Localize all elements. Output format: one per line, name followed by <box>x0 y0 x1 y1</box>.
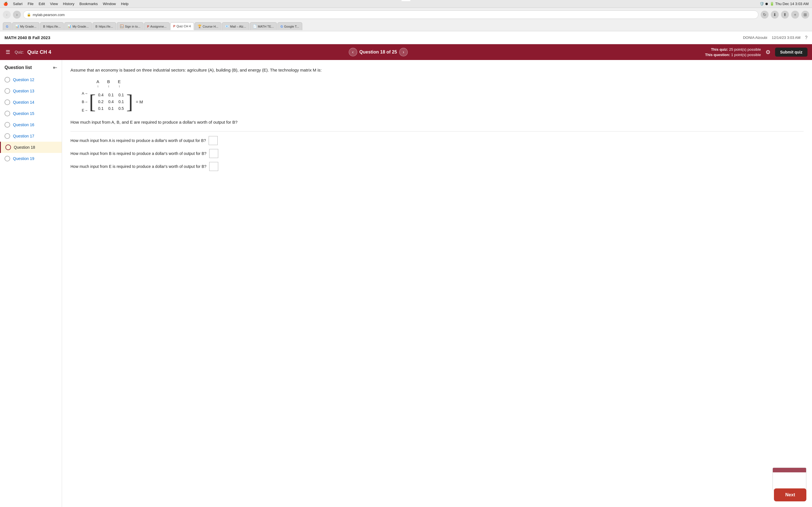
tab-mail[interactable]: 📧Mail – Alz... <box>222 22 249 30</box>
menu-file[interactable]: File <box>28 2 34 6</box>
forward-button[interactable]: › <box>13 11 21 18</box>
thumbnail-preview <box>772 467 806 490</box>
main-layout: Question list ⇤ Question 12Question 13Qu… <box>0 60 812 507</box>
tab-overview-button[interactable]: ⊞ <box>801 11 809 18</box>
cell-a3: 0.1 <box>116 92 126 98</box>
sub-question-b: How much input from B is required to pro… <box>70 149 804 158</box>
menu-help[interactable]: Help <box>121 2 129 6</box>
menu-safari[interactable]: Safari <box>13 2 22 6</box>
row-label-e: E→ <box>82 106 88 114</box>
row-label-a: A→ <box>82 89 88 98</box>
sidebar-item-label: Question 15 <box>13 111 35 116</box>
tab-math-te[interactable]: 📄MATH TE... <box>250 22 277 30</box>
apple-menu[interactable]: 🍎 <box>3 2 8 6</box>
bracket-left: [ <box>89 92 96 112</box>
sidebar-item-q14[interactable]: Question 14 <box>0 97 62 108</box>
quiz-prefix: Quiz: <box>15 50 24 54</box>
back-button[interactable]: ‹ <box>3 11 11 18</box>
menu-history[interactable]: History <box>63 2 74 6</box>
sidebar-item-label: Question 12 <box>13 77 35 82</box>
cell-a1: 0.4 <box>96 92 106 98</box>
sidebar-title: Question list <box>4 65 32 70</box>
sidebar-item-q12[interactable]: Question 12 <box>0 74 62 86</box>
next-button[interactable]: Next <box>774 489 806 501</box>
sidebar-item-q18[interactable]: Question 18 <box>0 142 62 153</box>
new-tab-button[interactable]: + <box>791 11 799 18</box>
sidebar-item-q13[interactable]: Question 13 <box>0 86 62 97</box>
tab-mygrade-2[interactable]: 📊My Grade... <box>64 22 92 30</box>
next-question-button[interactable]: › <box>399 48 408 56</box>
sub-question-a: How much input from A is required to pro… <box>70 136 804 145</box>
main-question-text: How much input from A, B, and E are requ… <box>70 119 804 126</box>
url-display: mylab.pearson.com <box>33 13 64 17</box>
sidebar-item-q16[interactable]: Question 16 <box>0 119 62 130</box>
sub-question-e-text: How much input from E is required to pro… <box>70 164 206 169</box>
question-intro: Assume that an economy is based on three… <box>70 67 804 73</box>
question-list-sidebar: Question list ⇤ Question 12Question 13Qu… <box>0 60 62 507</box>
answer-input-e[interactable] <box>209 162 218 171</box>
question-list: Question 12Question 13Question 14Questio… <box>0 74 62 164</box>
q-circle <box>4 77 10 82</box>
cell-e3: 0.5 <box>116 105 126 112</box>
tab-google-t[interactable]: GGoogle T... <box>277 22 302 30</box>
sub-question-a-text: How much input from A is required to pro… <box>70 138 206 143</box>
sidebar-item-q17[interactable]: Question 17 <box>0 130 62 142</box>
address-bar[interactable]: 🔒 mylab.pearson.com <box>23 10 758 19</box>
menu-window[interactable]: Window <box>103 2 116 6</box>
reload-button[interactable]: ↻ <box>761 11 769 18</box>
matrix-container: A B E ↑ ↑ ↑ A→ B→ E→ [ <box>82 79 804 114</box>
system-icons: 🛡️ ⏺ 🔋 Thu Dec 14 3:03 AM <box>760 2 809 6</box>
course-title: MATH 2040 B Fall 2023 <box>4 35 50 40</box>
tabs-bar: G 📊My Grade... Bhttps://le... 📊My Grade.… <box>0 21 812 31</box>
col-label-e: E <box>114 79 124 84</box>
tab-assignment[interactable]: PAssignme... <box>144 22 170 30</box>
sidebar-header: Question list ⇤ <box>0 64 62 74</box>
settings-button[interactable]: ⚙ <box>764 48 772 57</box>
menu-edit[interactable]: Edit <box>39 2 45 6</box>
sidebar-item-label: Question 16 <box>13 122 35 127</box>
sub-question-e: How much input from E is required to pro… <box>70 162 804 171</box>
tab-mygrade-1[interactable]: 📊My Grade... <box>12 22 40 30</box>
prev-question-button[interactable]: ‹ <box>349 48 357 56</box>
browser-chrome: ‹ › 🔒 mylab.pearson.com ↻ ⬇ ⬆ + ⊞ G 📊My … <box>0 8 812 31</box>
matrix-row-2: 0.2 0.4 0.1 <box>96 98 126 105</box>
cell-a2: 0.1 <box>106 92 116 98</box>
tab-https-2[interactable]: Bhttps://le... <box>93 22 116 30</box>
tab-quiz-ch4[interactable]: PQuiz CH 4 <box>170 22 194 30</box>
question-indicator: Question 18 of 25 <box>359 50 397 55</box>
sidebar-item-q15[interactable]: Question 15 <box>0 108 62 119</box>
matrix-row-1: 0.4 0.1 0.1 <box>96 92 126 98</box>
cell-b3: 0.1 <box>116 98 126 105</box>
matrix-display: A→ B→ E→ [ 0.4 0.1 0.1 0.2 <box>82 89 804 114</box>
bracket-right: ] <box>126 92 133 112</box>
arrow-b: ↑ <box>103 84 114 89</box>
content-area: Assume that an economy is based on three… <box>62 60 812 507</box>
sidebar-item-q19[interactable]: Question 19 <box>0 153 62 164</box>
divider <box>70 131 804 131</box>
header-right: DONIA Alzoubi 12/14/23 3:03 AM ? <box>743 35 808 40</box>
tab-https-1[interactable]: Bhttps://le... <box>40 22 64 30</box>
tab-course-h[interactable]: 🏆Course H... <box>195 22 221 30</box>
q-circle <box>4 88 10 94</box>
datetime: 12/14/23 3:03 AM <box>772 36 801 40</box>
menu-view[interactable]: View <box>50 2 58 6</box>
collapse-sidebar-button[interactable]: ⇤ <box>53 64 57 71</box>
q-circle <box>5 145 11 150</box>
download-button[interactable]: ⬇ <box>771 11 779 18</box>
share-button[interactable]: ⬆ <box>781 11 789 18</box>
submit-quiz-button[interactable]: Submit quiz <box>775 48 808 57</box>
cell-b1: 0.2 <box>96 98 106 105</box>
answer-input-b[interactable] <box>209 149 218 158</box>
sub-question-b-text: How much input from B is required to pro… <box>70 151 206 156</box>
hamburger-menu[interactable]: ☰ <box>4 48 11 56</box>
help-icon[interactable]: ? <box>805 35 808 40</box>
app-header: MATH 2040 B Fall 2023 DONIA Alzoubi 12/1… <box>0 31 812 44</box>
answer-input-a[interactable] <box>209 136 218 145</box>
arrow-a: ↑ <box>93 84 103 89</box>
tab-g[interactable]: G <box>3 22 11 30</box>
quiz-title: Quiz CH 4 <box>28 49 51 55</box>
sidebar-item-label: Question 18 <box>14 145 35 150</box>
menu-bookmarks[interactable]: Bookmarks <box>80 2 98 6</box>
tab-signin[interactable]: 🪟Sign in to... <box>117 22 144 30</box>
question-navigation: ‹ Question 18 of 25 › <box>349 48 408 56</box>
